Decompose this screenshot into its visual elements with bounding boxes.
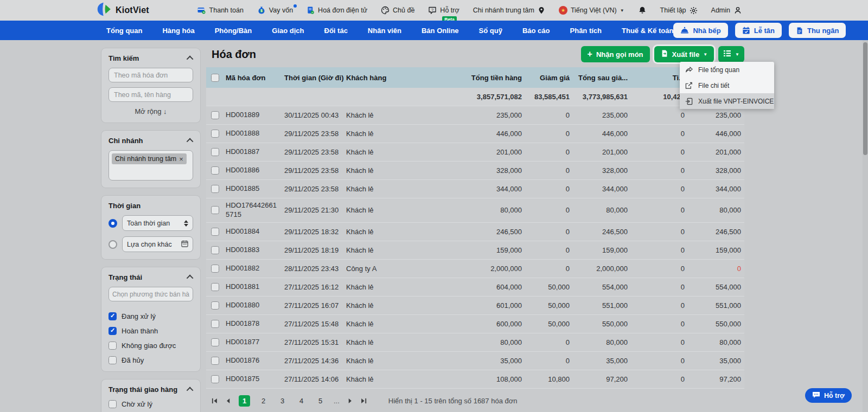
select-all-checkbox[interactable] [211,74,219,82]
column-header[interactable]: Khách hàng [344,74,412,82]
nav-item[interactable]: Thuế & Kế toán [622,27,673,35]
item-search-input[interactable] [108,87,193,102]
user-menu[interactable]: Admin [711,6,742,15]
kitchen-button[interactable]: Nhà bếp [673,23,727,38]
row-checkbox[interactable] [211,185,219,193]
row-checkbox[interactable] [211,148,219,156]
row-checkbox[interactable] [211,301,219,310]
export-file-button[interactable]: Xuất file ▼ [654,46,714,62]
first-page-button[interactable] [212,398,218,404]
row-checkbox[interactable] [211,130,219,138]
page-number[interactable]: 3 [277,395,288,407]
time-all-radio[interactable] [108,219,117,228]
row-checkbox[interactable] [211,228,219,236]
cashier-button[interactable]: Thu ngân [789,23,846,38]
time-range-select[interactable]: Toàn thời gian [122,215,193,231]
brand[interactable]: KiotViet [97,2,149,19]
last-page-button[interactable] [361,398,367,404]
column-header[interactable]: Mã hóa đơn [224,74,282,82]
row-checkbox[interactable] [211,338,219,346]
export-detail-item[interactable]: File chi tiết [680,78,774,93]
nav-item[interactable]: Đối tác [324,27,348,35]
export-overview-item[interactable]: File tổng quan [680,62,774,78]
table-row[interactable]: HD00188829/11/2025 23:58Khách lẻ446,0000… [206,125,744,143]
column-header[interactable]: Thời gian (Giờ đi) [282,74,344,82]
row-checkbox[interactable] [211,375,219,383]
checkbox[interactable] [108,327,117,335]
settings-menu-item[interactable]: Thiết lập [660,7,698,15]
table-row[interactable]: HD00188629/11/2025 23:58Khách lẻ328,0000… [206,162,744,180]
support-chat-button[interactable]: Hỗ trợ [805,388,852,403]
table-row[interactable]: HD00187827/11/2025 15:48Khách lẻ600,0005… [206,315,744,333]
table-row[interactable]: HD00188127/11/2025 16:12Khách lẻ604,0005… [206,278,744,297]
nav-item[interactable]: Bán Online [422,27,459,35]
time-custom-radio[interactable] [108,240,117,249]
table-row[interactable]: HDO176442661571529/11/2025 21:30Khách lẻ… [206,198,744,223]
table-row[interactable]: HD00187627/11/2025 14:36Khách lẻ35,00003… [206,352,744,370]
table-row[interactable]: HD00187727/11/2025 15:31Khách lẻ80,00008… [206,333,744,352]
checkbox[interactable] [108,356,117,364]
column-header[interactable]: Giảm giá [525,74,573,82]
row-checkbox[interactable] [211,166,219,175]
sale-method-select[interactable] [108,287,193,301]
payment-menu-item[interactable]: Thanh toán [197,6,244,15]
nav-item[interactable]: Sổ quỹ [479,27,502,35]
receive-order-button[interactable]: + Nhận gọi món [581,46,650,62]
page-number[interactable]: 2 [258,395,269,407]
view-options-button[interactable]: ▼ [718,46,744,62]
theme-menu-item[interactable]: Chủ đề [381,6,414,15]
language-selector[interactable]: ★ Tiếng Việt (VN) ▼ [559,6,624,15]
table-row[interactable]: HD00188729/11/2025 23:58Khách lẻ201,0000… [206,143,744,162]
invoice-code-search-input[interactable] [108,68,193,82]
table-row[interactable]: HD00188228/11/2025 23:43Công ty A2,000,0… [206,260,744,278]
collapse-chevron-icon[interactable] [187,387,194,394]
loan-menu-item[interactable]: $ Vay vốn [257,6,293,15]
reception-button[interactable]: Lễ tân [735,23,782,38]
row-checkbox[interactable] [211,265,219,273]
nav-item[interactable]: Hàng hóa [162,27,194,35]
scrollbar-thumb[interactable] [863,42,867,155]
export-vnpt-einvoice-item[interactable]: Xuất file VNPT-EINVOICE [680,93,774,109]
row-checkbox[interactable] [211,111,219,119]
collapse-chevron-icon[interactable] [187,56,194,63]
row-checkbox[interactable] [211,246,219,254]
table-row[interactable]: HD00188529/11/2025 23:58Khách lẻ344,0000… [206,180,744,198]
nav-item[interactable]: Nhân viên [368,27,401,35]
table-row[interactable]: HD00187527/11/2025 14:06Khách lẻ108,0001… [206,370,744,389]
collapse-chevron-icon[interactable] [187,275,194,282]
table-row[interactable]: HD00188329/11/2025 18:19Khách lẻ159,0000… [206,241,744,260]
row-checkbox[interactable] [211,206,219,214]
support-menu-item[interactable]: ? Hỗ trợ Beta [428,6,459,15]
remove-tag-icon[interactable]: × [179,156,183,163]
page-number[interactable]: 1 [239,395,250,407]
nav-item[interactable]: Phân tích [570,27,602,35]
prev-page-button[interactable] [225,398,231,404]
customer-name: Khách lẻ [344,357,412,365]
page-ellipsis[interactable]: ... [334,397,340,405]
nav-item[interactable]: Phòng/Bàn [215,27,252,35]
einvoice-menu-item[interactable]: Hoá đơn điện tử [307,6,367,15]
checkbox[interactable] [108,342,117,350]
collapse-chevron-icon[interactable] [187,138,194,145]
page-number[interactable]: 4 [296,395,307,407]
notifications-button[interactable] [638,6,647,15]
nav-item[interactable]: Tổng quan [106,27,142,35]
row-checkbox[interactable] [211,357,219,365]
column-header[interactable]: Tổng tiền hàng [412,74,525,82]
branch-multiselect[interactable]: Chi nhánh trung tâm × [108,150,193,181]
row-checkbox[interactable] [211,320,219,328]
nav-item[interactable]: Giao dịch [272,27,304,35]
table-row[interactable]: HD00188429/11/2025 18:32Khách lẻ246,5000… [206,223,744,241]
nav-item[interactable]: Báo cáo [522,27,550,35]
table-row[interactable]: HD00188027/11/2025 16:07Khách lẻ601,0005… [206,297,744,315]
branch-selector[interactable]: Chi nhánh trung tâm [473,6,545,15]
expand-search-link[interactable]: Mở rộng ↓ [108,107,193,115]
row-checkbox[interactable] [211,283,219,291]
page-number[interactable]: 5 [315,395,326,407]
time-custom-picker[interactable]: Lựa chọn khác [122,236,193,252]
table-row[interactable]: HD00188930/11/2025 00:43Khách lẻ235,0000… [206,106,744,125]
checkbox[interactable] [108,312,117,320]
checkbox[interactable] [108,400,117,408]
column-header[interactable]: Tổng sau giả... [573,74,631,82]
next-page-button[interactable] [347,398,353,404]
